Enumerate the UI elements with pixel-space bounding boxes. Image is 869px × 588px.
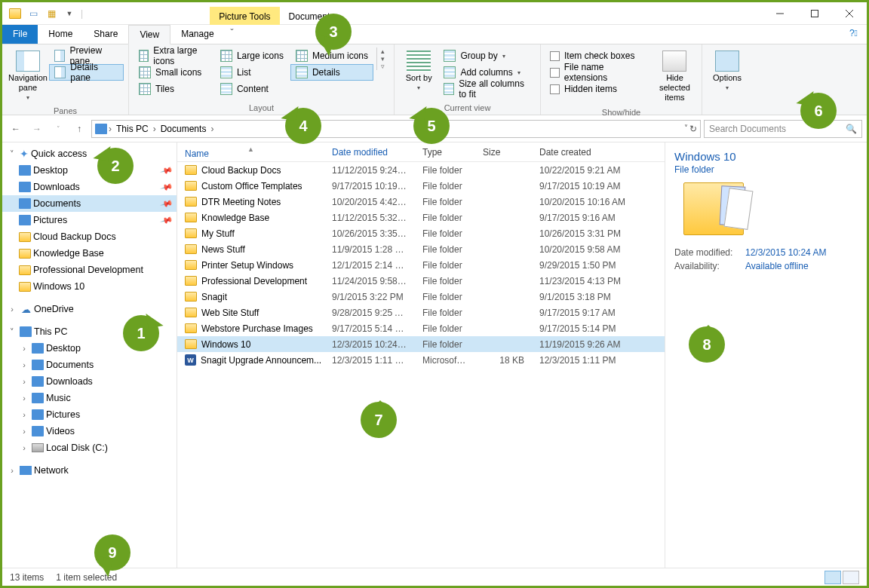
file-row[interactable]: Webstore Purchase Images 9/17/2015 5:14 … xyxy=(177,320,665,336)
details-view-icon[interactable] xyxy=(824,571,841,584)
navigation-pane-button[interactable]: Navigation pane ▾ xyxy=(7,47,49,105)
tree-item[interactable]: › Documents xyxy=(2,357,177,373)
hidden-items-toggle[interactable]: Hidden items xyxy=(545,81,653,97)
contextual-tab-picture-tools[interactable]: Picture Tools xyxy=(210,7,279,25)
chevron-right-icon[interactable]: › xyxy=(19,360,29,369)
file-row[interactable]: Knowledge Base 11/12/2015 5:32 PM File f… xyxy=(177,210,665,225)
address-dropdown-icon[interactable]: ˅ xyxy=(684,124,688,134)
home-tab[interactable]: Home xyxy=(38,25,83,44)
view-tab[interactable]: View xyxy=(128,25,170,44)
qat-dropdown-icon[interactable]: ▼ xyxy=(63,7,76,20)
details-button[interactable]: Details xyxy=(290,64,373,81)
tree-item[interactable]: Windows 10 xyxy=(2,278,177,295)
close-button[interactable] xyxy=(832,2,867,25)
content-button[interactable]: Content xyxy=(215,81,289,97)
minimize-button[interactable] xyxy=(763,2,797,25)
group-by-button[interactable]: Group by ▾ xyxy=(438,47,536,64)
chevron-down-icon[interactable]: ˅ xyxy=(7,149,17,159)
search-input[interactable]: Search Documents 🔍 xyxy=(704,120,862,138)
small-icons-button[interactable]: Small icons xyxy=(134,64,213,81)
chevron-up-icon[interactable]: ▴ xyxy=(377,47,389,55)
file-row[interactable]: Cloud Backup Docs 11/12/2015 9:24 AM Fil… xyxy=(177,162,665,178)
file-row[interactable]: News Stuff 11/9/2015 1:28 PM File folder… xyxy=(177,241,665,257)
breadcrumb-documents[interactable]: Documents xyxy=(158,124,210,134)
system-folder-icon xyxy=(19,198,31,209)
file-row[interactable]: Windows 10 12/3/2015 10:24 AM File folde… xyxy=(177,336,665,352)
file-row[interactable]: Web Site Stuff 9/28/2015 9:25 AM File fo… xyxy=(177,305,665,320)
chevron-right-icon[interactable]: › xyxy=(7,466,17,475)
file-row[interactable]: Snagit 9/1/2015 3:22 PM File folder 9/1/… xyxy=(177,289,665,305)
options-button[interactable]: Options ▾ xyxy=(707,47,748,95)
chevron-right-icon[interactable]: › xyxy=(19,443,29,452)
chevron-right-icon[interactable]: › xyxy=(107,124,113,134)
new-folder-icon[interactable]: ▦ xyxy=(45,7,58,20)
recent-locations-button[interactable]: ˅ xyxy=(49,120,67,138)
tree-item[interactable]: › Downloads xyxy=(2,373,177,390)
tree-item[interactable]: Pictures 📌 xyxy=(2,212,177,228)
manage-tab[interactable]: Manage xyxy=(170,25,224,44)
share-tab[interactable]: Share xyxy=(83,25,128,44)
chevron-right-icon[interactable]: › xyxy=(19,410,29,419)
chevron-down-icon[interactable]: ˅ xyxy=(7,327,17,337)
file-row[interactable]: Professional Development 11/24/2015 9:58… xyxy=(177,273,665,289)
list-button[interactable]: List xyxy=(215,64,289,81)
tree-quick-access[interactable]: ˅✦Quick access xyxy=(2,145,177,162)
chevron-right-icon[interactable]: › xyxy=(19,344,29,353)
chevron-down-icon[interactable]: ▾ xyxy=(377,55,389,63)
column-size[interactable]: Size xyxy=(475,147,532,158)
tree-network[interactable]: ›Network xyxy=(2,462,177,479)
file-row[interactable]: Custom Office Templates 9/17/2015 10:19 … xyxy=(177,178,665,194)
details-date-modified-value[interactable]: 12/3/2015 10:24 AM xyxy=(745,247,858,258)
details-pane-button[interactable]: Details pane xyxy=(49,64,124,81)
chevron-more-icon[interactable]: ▿ xyxy=(377,63,389,70)
tree-item[interactable]: › Local Disk (C:) xyxy=(2,439,177,456)
maximize-button[interactable] xyxy=(797,2,832,25)
back-button[interactable]: ← xyxy=(7,120,25,138)
breadcrumb-this-pc[interactable]: This PC xyxy=(113,124,152,134)
chevron-right-icon[interactable]: › xyxy=(19,394,29,403)
tree-item[interactable]: Knowledge Base xyxy=(2,245,177,262)
tree-item[interactable]: Downloads 📌 xyxy=(2,179,177,195)
column-name[interactable]: ▲Name xyxy=(177,145,324,159)
collapse-ribbon-icon[interactable]: ˇ xyxy=(225,25,240,44)
up-button[interactable]: ↑ xyxy=(70,120,88,138)
file-row[interactable]: My Stuff 10/26/2015 3:35 PM File folder … xyxy=(177,225,665,241)
tiles-button[interactable]: Tiles xyxy=(134,81,213,97)
file-row[interactable]: Printer Setup Windows 12/1/2015 2:14 PM … xyxy=(177,257,665,273)
size-all-columns-button[interactable]: Size all columns to fit xyxy=(438,81,536,97)
tree-item[interactable]: Desktop 📌 xyxy=(2,162,177,179)
tree-item[interactable]: Cloud Backup Docs xyxy=(2,228,177,245)
column-date-created[interactable]: Date created xyxy=(532,147,634,158)
tree-item[interactable]: › Pictures xyxy=(2,406,177,423)
tree-item[interactable]: › Videos xyxy=(2,423,177,439)
chevron-right-icon[interactable]: › xyxy=(152,124,158,134)
tree-item[interactable]: › Music xyxy=(2,390,177,406)
file-tab[interactable]: File xyxy=(2,25,38,44)
address-bar[interactable]: › This PC › Documents › ˅ ↻ xyxy=(91,120,701,138)
details-availability-value[interactable]: Available offline xyxy=(745,261,858,271)
file-row[interactable]: DTR Meeting Notes 10/20/2015 4:42 PM Fil… xyxy=(177,194,665,210)
hide-selected-button[interactable]: Hide selected items xyxy=(653,47,697,106)
layout-scroll[interactable]: ▴▾▿ xyxy=(376,47,389,70)
tree-item-label: Pictures xyxy=(33,215,67,225)
file-extensions-toggle[interactable]: File name extensions xyxy=(545,64,653,81)
sort-by-button[interactable]: Sort by▾ xyxy=(399,47,438,95)
chevron-right-icon[interactable]: › xyxy=(19,377,29,386)
tree-item[interactable]: Professional Development xyxy=(2,262,177,278)
medium-icons-button[interactable]: Medium icons xyxy=(290,47,373,64)
help-icon[interactable]: ?⃝ xyxy=(840,25,867,44)
properties-icon[interactable]: ▭ xyxy=(26,7,40,20)
tree-item[interactable]: Documents 📌 xyxy=(2,195,177,212)
chevron-right-icon[interactable]: › xyxy=(19,427,29,436)
large-icons-view-icon[interactable] xyxy=(843,571,859,584)
column-type[interactable]: Type xyxy=(415,147,475,158)
column-date-modified[interactable]: Date modified xyxy=(324,147,415,158)
folder-thumbnail xyxy=(683,182,744,235)
chevron-right-icon[interactable]: › xyxy=(209,124,215,134)
large-icons-button[interactable]: Large icons xyxy=(215,47,289,64)
extra-large-icons-button[interactable]: Extra large icons xyxy=(134,47,213,64)
refresh-icon[interactable]: ↻ xyxy=(689,124,697,134)
chevron-right-icon[interactable]: › xyxy=(7,305,17,314)
forward-button[interactable]: → xyxy=(28,120,46,138)
file-row[interactable]: WSnagit Upgrade Announcem... 12/3/2015 1… xyxy=(177,352,665,368)
